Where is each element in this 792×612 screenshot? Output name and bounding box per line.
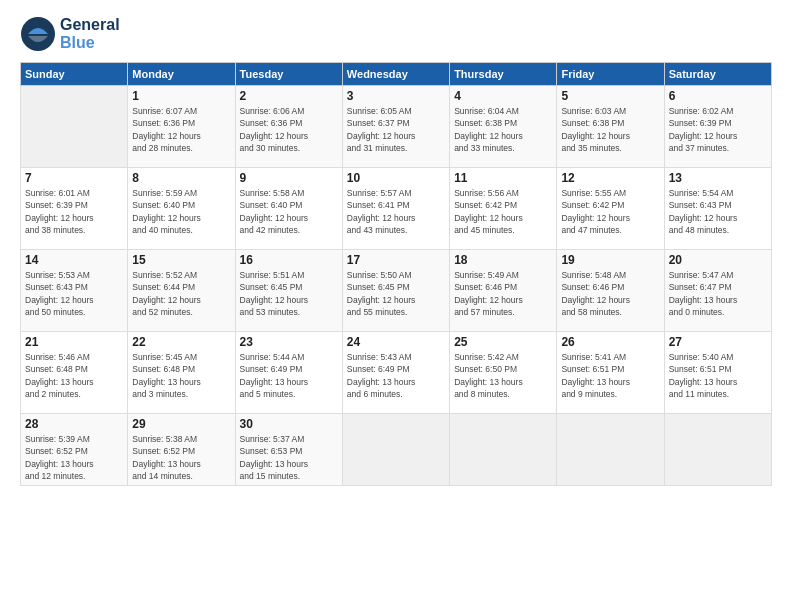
calendar-cell: 18Sunrise: 5:49 AMSunset: 6:46 PMDayligh… xyxy=(450,250,557,332)
calendar-cell: 3Sunrise: 6:05 AMSunset: 6:37 PMDaylight… xyxy=(342,86,449,168)
calendar-week-4: 21Sunrise: 5:46 AMSunset: 6:48 PMDayligh… xyxy=(21,332,772,414)
calendar-cell: 28Sunrise: 5:39 AMSunset: 6:52 PMDayligh… xyxy=(21,414,128,486)
logo: General Blue xyxy=(20,16,120,52)
day-info: Sunrise: 5:39 AMSunset: 6:52 PMDaylight:… xyxy=(25,433,123,482)
calendar-table: SundayMondayTuesdayWednesdayThursdayFrid… xyxy=(20,62,772,486)
day-info: Sunrise: 5:48 AMSunset: 6:46 PMDaylight:… xyxy=(561,269,659,318)
calendar-week-2: 7Sunrise: 6:01 AMSunset: 6:39 PMDaylight… xyxy=(21,168,772,250)
day-info: Sunrise: 5:55 AMSunset: 6:42 PMDaylight:… xyxy=(561,187,659,236)
day-number: 13 xyxy=(669,171,767,185)
col-header-saturday: Saturday xyxy=(664,63,771,86)
col-header-thursday: Thursday xyxy=(450,63,557,86)
day-number: 3 xyxy=(347,89,445,103)
logo-icon xyxy=(20,16,56,52)
calendar-cell xyxy=(664,414,771,486)
day-number: 29 xyxy=(132,417,230,431)
calendar-cell: 9Sunrise: 5:58 AMSunset: 6:40 PMDaylight… xyxy=(235,168,342,250)
calendar-cell xyxy=(21,86,128,168)
calendar-cell: 26Sunrise: 5:41 AMSunset: 6:51 PMDayligh… xyxy=(557,332,664,414)
day-info: Sunrise: 6:01 AMSunset: 6:39 PMDaylight:… xyxy=(25,187,123,236)
calendar-cell: 10Sunrise: 5:57 AMSunset: 6:41 PMDayligh… xyxy=(342,168,449,250)
calendar-week-3: 14Sunrise: 5:53 AMSunset: 6:43 PMDayligh… xyxy=(21,250,772,332)
day-info: Sunrise: 5:46 AMSunset: 6:48 PMDaylight:… xyxy=(25,351,123,400)
day-info: Sunrise: 5:59 AMSunset: 6:40 PMDaylight:… xyxy=(132,187,230,236)
page: General Blue SundayMondayTuesdayWednesda… xyxy=(0,0,792,612)
day-number: 14 xyxy=(25,253,123,267)
day-info: Sunrise: 5:41 AMSunset: 6:51 PMDaylight:… xyxy=(561,351,659,400)
calendar-cell: 16Sunrise: 5:51 AMSunset: 6:45 PMDayligh… xyxy=(235,250,342,332)
logo-text: General xyxy=(60,16,120,34)
day-info: Sunrise: 6:06 AMSunset: 6:36 PMDaylight:… xyxy=(240,105,338,154)
calendar-cell: 7Sunrise: 6:01 AMSunset: 6:39 PMDaylight… xyxy=(21,168,128,250)
calendar-week-1: 1Sunrise: 6:07 AMSunset: 6:36 PMDaylight… xyxy=(21,86,772,168)
calendar-cell: 13Sunrise: 5:54 AMSunset: 6:43 PMDayligh… xyxy=(664,168,771,250)
calendar-cell: 4Sunrise: 6:04 AMSunset: 6:38 PMDaylight… xyxy=(450,86,557,168)
calendar-cell: 17Sunrise: 5:50 AMSunset: 6:45 PMDayligh… xyxy=(342,250,449,332)
day-number: 26 xyxy=(561,335,659,349)
day-number: 6 xyxy=(669,89,767,103)
header: General Blue xyxy=(20,16,772,52)
calendar-cell: 29Sunrise: 5:38 AMSunset: 6:52 PMDayligh… xyxy=(128,414,235,486)
day-number: 25 xyxy=(454,335,552,349)
day-info: Sunrise: 6:04 AMSunset: 6:38 PMDaylight:… xyxy=(454,105,552,154)
day-number: 1 xyxy=(132,89,230,103)
day-info: Sunrise: 5:44 AMSunset: 6:49 PMDaylight:… xyxy=(240,351,338,400)
calendar-cell xyxy=(450,414,557,486)
day-number: 19 xyxy=(561,253,659,267)
day-info: Sunrise: 5:45 AMSunset: 6:48 PMDaylight:… xyxy=(132,351,230,400)
day-info: Sunrise: 5:37 AMSunset: 6:53 PMDaylight:… xyxy=(240,433,338,482)
day-info: Sunrise: 5:42 AMSunset: 6:50 PMDaylight:… xyxy=(454,351,552,400)
day-number: 23 xyxy=(240,335,338,349)
day-number: 22 xyxy=(132,335,230,349)
calendar-cell: 11Sunrise: 5:56 AMSunset: 6:42 PMDayligh… xyxy=(450,168,557,250)
header-row: SundayMondayTuesdayWednesdayThursdayFrid… xyxy=(21,63,772,86)
day-info: Sunrise: 6:07 AMSunset: 6:36 PMDaylight:… xyxy=(132,105,230,154)
day-number: 16 xyxy=(240,253,338,267)
day-number: 20 xyxy=(669,253,767,267)
day-info: Sunrise: 6:03 AMSunset: 6:38 PMDaylight:… xyxy=(561,105,659,154)
day-info: Sunrise: 5:49 AMSunset: 6:46 PMDaylight:… xyxy=(454,269,552,318)
calendar-cell: 1Sunrise: 6:07 AMSunset: 6:36 PMDaylight… xyxy=(128,86,235,168)
logo-blue: Blue xyxy=(60,34,120,52)
col-header-monday: Monday xyxy=(128,63,235,86)
calendar-cell: 6Sunrise: 6:02 AMSunset: 6:39 PMDaylight… xyxy=(664,86,771,168)
day-number: 12 xyxy=(561,171,659,185)
day-info: Sunrise: 5:50 AMSunset: 6:45 PMDaylight:… xyxy=(347,269,445,318)
day-info: Sunrise: 5:47 AMSunset: 6:47 PMDaylight:… xyxy=(669,269,767,318)
day-number: 5 xyxy=(561,89,659,103)
calendar-cell xyxy=(557,414,664,486)
calendar-cell: 2Sunrise: 6:06 AMSunset: 6:36 PMDaylight… xyxy=(235,86,342,168)
calendar-cell: 21Sunrise: 5:46 AMSunset: 6:48 PMDayligh… xyxy=(21,332,128,414)
day-number: 2 xyxy=(240,89,338,103)
day-info: Sunrise: 6:05 AMSunset: 6:37 PMDaylight:… xyxy=(347,105,445,154)
day-info: Sunrise: 5:56 AMSunset: 6:42 PMDaylight:… xyxy=(454,187,552,236)
day-number: 28 xyxy=(25,417,123,431)
col-header-sunday: Sunday xyxy=(21,63,128,86)
day-number: 15 xyxy=(132,253,230,267)
day-number: 10 xyxy=(347,171,445,185)
calendar-cell: 23Sunrise: 5:44 AMSunset: 6:49 PMDayligh… xyxy=(235,332,342,414)
day-number: 18 xyxy=(454,253,552,267)
calendar-cell: 27Sunrise: 5:40 AMSunset: 6:51 PMDayligh… xyxy=(664,332,771,414)
day-info: Sunrise: 5:52 AMSunset: 6:44 PMDaylight:… xyxy=(132,269,230,318)
calendar-cell: 19Sunrise: 5:48 AMSunset: 6:46 PMDayligh… xyxy=(557,250,664,332)
day-number: 9 xyxy=(240,171,338,185)
col-header-tuesday: Tuesday xyxy=(235,63,342,86)
day-info: Sunrise: 6:02 AMSunset: 6:39 PMDaylight:… xyxy=(669,105,767,154)
col-header-wednesday: Wednesday xyxy=(342,63,449,86)
calendar-cell: 20Sunrise: 5:47 AMSunset: 6:47 PMDayligh… xyxy=(664,250,771,332)
calendar-cell: 30Sunrise: 5:37 AMSunset: 6:53 PMDayligh… xyxy=(235,414,342,486)
day-number: 17 xyxy=(347,253,445,267)
day-info: Sunrise: 5:53 AMSunset: 6:43 PMDaylight:… xyxy=(25,269,123,318)
day-number: 4 xyxy=(454,89,552,103)
day-info: Sunrise: 5:51 AMSunset: 6:45 PMDaylight:… xyxy=(240,269,338,318)
day-number: 27 xyxy=(669,335,767,349)
calendar-cell xyxy=(342,414,449,486)
calendar-cell: 22Sunrise: 5:45 AMSunset: 6:48 PMDayligh… xyxy=(128,332,235,414)
day-number: 21 xyxy=(25,335,123,349)
day-info: Sunrise: 5:58 AMSunset: 6:40 PMDaylight:… xyxy=(240,187,338,236)
day-number: 30 xyxy=(240,417,338,431)
calendar-cell: 12Sunrise: 5:55 AMSunset: 6:42 PMDayligh… xyxy=(557,168,664,250)
calendar-cell: 15Sunrise: 5:52 AMSunset: 6:44 PMDayligh… xyxy=(128,250,235,332)
day-info: Sunrise: 5:43 AMSunset: 6:49 PMDaylight:… xyxy=(347,351,445,400)
